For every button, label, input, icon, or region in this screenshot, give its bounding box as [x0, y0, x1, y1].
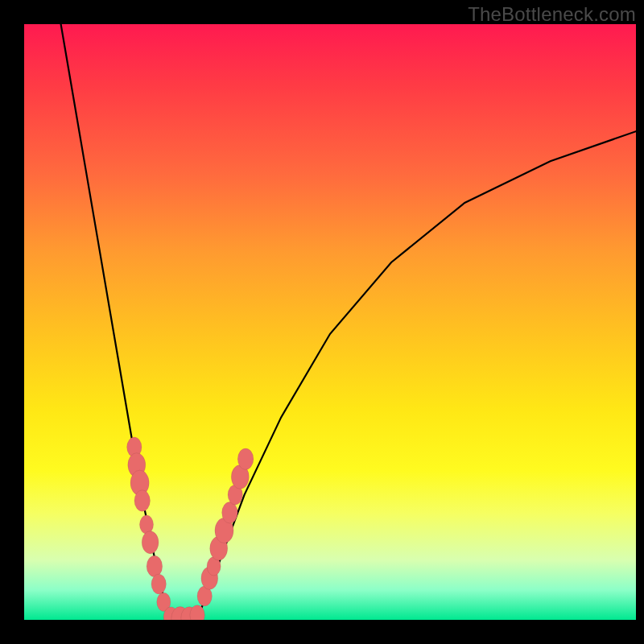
bead-left [147, 555, 163, 576]
bead-left [142, 531, 159, 554]
bead-left [134, 490, 151, 511]
beads-group [127, 437, 254, 620]
plot-area [24, 24, 636, 620]
bead-left [151, 574, 166, 594]
bead-right [222, 502, 238, 523]
bead-right [237, 448, 254, 469]
watermark-text: TheBottleneck.com [468, 3, 636, 26]
outer-frame: TheBottleneck.com [0, 0, 644, 644]
chart-svg [24, 24, 636, 620]
